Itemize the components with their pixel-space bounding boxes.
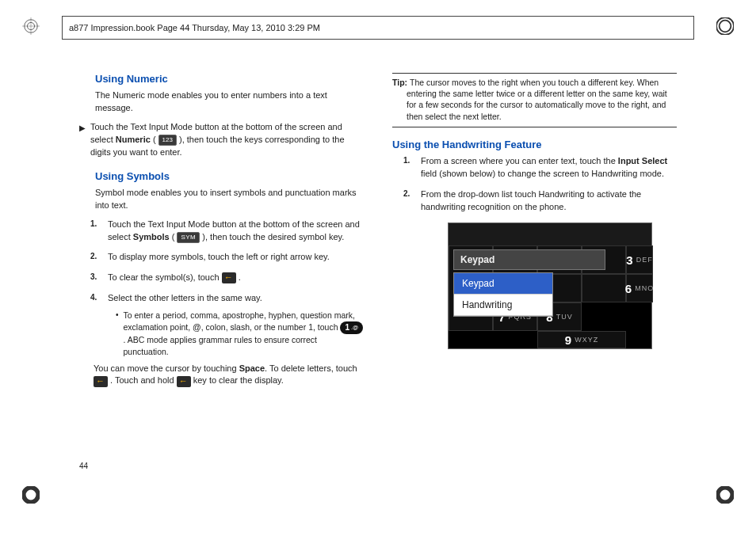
page-number: 44 xyxy=(79,462,88,470)
phone-screenshot: 3DEF ⇦ 6MNO 7PQRS 8TUV 9WXYZ Keypad Keyp… xyxy=(448,222,652,349)
numeric-bold: Numeric xyxy=(116,135,151,144)
triangle-bullet-icon: ▶ xyxy=(79,124,86,165)
symbols-step-2: 2.To display more symbols, touch the lef… xyxy=(108,251,364,264)
crop-mark-tl xyxy=(22,17,40,35)
crop-mark-bl xyxy=(22,486,40,504)
chip-123-icon: 123 xyxy=(158,135,177,146)
symbols-tail: You can move the cursor by touching Spac… xyxy=(94,363,364,388)
handwriting-steps: 1.From a screen where you can enter text… xyxy=(421,155,677,214)
symbols-steps: 1.Touch the Text Input Mode button at th… xyxy=(108,219,364,358)
symbols-sub-bullet: • To enter a period, comma, apostrophe, … xyxy=(116,310,364,357)
handwriting-step-1: 1.From a screen where you can enter text… xyxy=(421,155,677,181)
handwriting-step-2: 2.From the drop-down list touch Handwrit… xyxy=(421,188,677,214)
right-column: Tip: The cursor moves to the right when … xyxy=(392,73,677,394)
numeric-intro: The Numeric mode enables you to enter nu… xyxy=(95,89,364,115)
left-column: Using Numeric The Numeric mode enables y… xyxy=(79,73,364,394)
phone-top-bar xyxy=(449,223,651,245)
phone-key xyxy=(582,274,626,302)
phone-dropdown: Keypad Handwriting xyxy=(453,272,553,317)
phone-key-6: 6MNO xyxy=(626,274,653,302)
chip-sym-icon: SYM xyxy=(177,232,200,243)
section-using-numeric: Using Numeric xyxy=(95,73,364,85)
section-handwriting: Using the Handwriting Feature xyxy=(392,139,677,150)
tip-label: Tip: xyxy=(392,78,410,87)
symbols-intro: Symbol mode enables you to insert symbol… xyxy=(95,187,364,212)
backspace-icon xyxy=(94,376,108,387)
phone-key-3: 3DEF xyxy=(626,245,653,274)
page-header-box: a877 Impression.book Page 44 Thursday, M… xyxy=(62,16,694,40)
symbols-step-4: 4.Select the other letters in the same w… xyxy=(108,292,364,357)
phone-input-select-field: Keypad xyxy=(453,249,605,270)
page-header-text: a877 Impression.book Page 44 Thursday, M… xyxy=(69,23,320,32)
phone-key-9: 9WXYZ xyxy=(537,331,626,348)
phone-dropdown-item-keypad: Keypad xyxy=(454,273,552,295)
crop-mark-tr xyxy=(716,17,734,35)
phone-dropdown-item-handwriting: Handwriting xyxy=(454,295,552,316)
svg-point-6 xyxy=(24,488,38,502)
tip-block: Tip: The cursor moves to the right when … xyxy=(392,73,677,127)
numeric-step: ▶ Touch the Text Input Mode button at th… xyxy=(79,121,364,165)
key-1-icon: 1.@ xyxy=(340,321,363,334)
crop-mark-br xyxy=(716,486,734,504)
svg-point-7 xyxy=(718,488,732,502)
symbols-step-3: 3.To clear the symbol(s), touch . xyxy=(108,272,364,284)
backspace-icon xyxy=(177,376,191,387)
section-using-symbols: Using Symbols xyxy=(95,170,364,182)
backspace-icon xyxy=(222,272,236,283)
symbols-step-1: 1.Touch the Text Input Mode button at th… xyxy=(108,219,364,244)
tip-text: The cursor moves to the right when you t… xyxy=(407,78,667,121)
